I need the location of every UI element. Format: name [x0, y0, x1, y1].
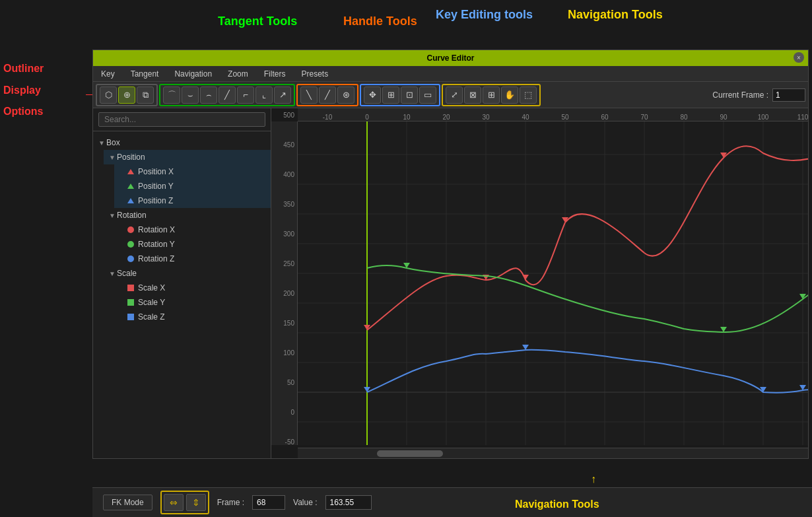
- tree-item-box: ▼ Box ▼ Position Posit: [93, 134, 271, 326]
- val-0: 0: [290, 409, 294, 416]
- curve-area: [298, 121, 808, 445]
- search-box: [93, 108, 271, 131]
- tree-row-box[interactable]: ▼ Box: [93, 135, 271, 150]
- green-curve: [367, 265, 808, 332]
- tree-row-scale-z[interactable]: Scale Z: [114, 310, 271, 324]
- scale-y-label: Scale Y: [138, 298, 165, 307]
- nav-frame-h-btn[interactable]: ⇔: [164, 494, 184, 511]
- tick-0: 0: [365, 114, 369, 121]
- current-frame-input[interactable]: [772, 88, 805, 102]
- tick-20: 20: [442, 114, 450, 121]
- tick-40: 40: [522, 114, 529, 121]
- curve-editor-titlebar: Curve Editor ×: [93, 50, 808, 66]
- h-scrollbar[interactable]: [298, 448, 808, 458]
- nav-pan-btn[interactable]: ✋: [501, 86, 518, 104]
- handle-free-btn[interactable]: ╲: [300, 86, 318, 104]
- position-label: Position: [117, 153, 145, 162]
- tree-row-position-x[interactable]: Position X: [114, 164, 271, 179]
- search-input[interactable]: [98, 112, 265, 127]
- tree-row-scale-x[interactable]: Scale X: [114, 281, 271, 295]
- tick--10: -10: [323, 114, 332, 121]
- nav-frame-all-btn[interactable]: ⤢: [446, 86, 463, 104]
- key-region-btn[interactable]: ▭: [419, 86, 436, 104]
- menu-filters[interactable]: Filters: [261, 68, 288, 80]
- rotation-label: Rotation: [117, 211, 147, 220]
- rotation-z-label: Rotation Z: [138, 254, 174, 263]
- current-frame-area: Current Frame :: [712, 88, 805, 102]
- scale-x-label: Scale X: [138, 283, 165, 293]
- tangent-fixed-btn[interactable]: ↗: [274, 86, 291, 104]
- tree-row-position-z[interactable]: Position Z: [114, 193, 271, 208]
- frame-input[interactable]: [252, 495, 285, 510]
- display-tools-group: ⬡ ⊕ ⧉: [96, 84, 158, 106]
- menu-zoom[interactable]: Zoom: [225, 68, 251, 80]
- curve-viewport[interactable]: -10 0 10 20 30 40 50 60 70 80 90 100 110…: [271, 108, 808, 458]
- tangent-clamped-btn[interactable]: ⌢: [200, 86, 217, 104]
- nav-frame-sel-btn[interactable]: ⊠: [464, 86, 481, 104]
- tangent-stepped-btn[interactable]: ⌐: [237, 86, 254, 104]
- tree-row-scale-y[interactable]: Scale Y: [114, 295, 271, 310]
- menu-key[interactable]: Key: [98, 68, 118, 80]
- tree-row-position-y[interactable]: Position Y: [114, 179, 271, 193]
- close-button[interactable]: ×: [794, 52, 804, 63]
- move-tool-btn[interactable]: ⊕: [118, 86, 135, 104]
- menu-navigation[interactable]: Navigation: [172, 68, 215, 80]
- tree-row-rotation[interactable]: ▼ Rotation: [104, 208, 271, 223]
- key-scale-btn[interactable]: ⊞: [382, 86, 399, 104]
- menu-bar: Key Tangent Navigation Zoom Filters Pres…: [93, 66, 808, 82]
- display-label: Display: [3, 85, 41, 96]
- nav-bottom-group: ⇔ ⇕: [160, 491, 209, 514]
- rotation-y-label: Rotation Y: [138, 240, 175, 249]
- curve-editor-title: Curve Editor: [426, 53, 474, 63]
- tick-50: 50: [561, 114, 568, 121]
- grid-svg: [298, 121, 808, 445]
- handle-tools-label: Handle Tools: [343, 15, 417, 28]
- box-label: Box: [106, 138, 120, 147]
- outliner-label: Outliner: [3, 63, 44, 75]
- value-input[interactable]: [325, 495, 372, 510]
- key-retime-btn[interactable]: ⊡: [401, 86, 418, 104]
- tangent-tools-group: ⌒ ⌣ ⌢ ╱ ⌐ ⌞ ↗: [159, 84, 295, 106]
- tree-row-position[interactable]: ▼ Position: [104, 150, 271, 164]
- stack-tool-btn[interactable]: ⧉: [137, 86, 154, 104]
- nav-time-snap-btn[interactable]: ⊞: [483, 86, 500, 104]
- handle-aligned-btn[interactable]: ╱: [319, 86, 336, 104]
- tangent-auto-btn[interactable]: ⌒: [163, 86, 180, 104]
- options-label: Options: [3, 106, 43, 118]
- green-key-110: [799, 294, 806, 299]
- green-key-90: [720, 327, 727, 332]
- red-key-40: [522, 275, 529, 280]
- scale-label: Scale: [117, 269, 137, 278]
- key-move-btn[interactable]: ✥: [364, 86, 381, 104]
- nav-zoom-btn[interactable]: ⬚: [520, 86, 537, 104]
- tree-row-rotation-x[interactable]: Rotation X: [114, 223, 271, 237]
- tree-row-scale[interactable]: ▼ Scale: [104, 266, 271, 281]
- select-tool-btn[interactable]: ⬡: [100, 86, 117, 104]
- h-scrollbar-thumb[interactable]: [377, 450, 443, 457]
- tangent-smooth-btn[interactable]: ⌣: [182, 86, 199, 104]
- tangent-flat-btn[interactable]: ⌞: [255, 86, 273, 104]
- top-labels: Tangent Tools Handle Tools Key Editing t…: [0, 0, 812, 50]
- nav-frame-v-btn[interactable]: ⇕: [186, 494, 206, 511]
- frame-label: Frame :: [217, 498, 244, 507]
- tangent-linear-btn[interactable]: ╱: [219, 86, 236, 104]
- tree-row-rotation-z[interactable]: Rotation Z: [114, 252, 271, 266]
- fk-mode-button[interactable]: FK Mode: [103, 495, 152, 510]
- menu-tangent[interactable]: Tangent: [128, 68, 162, 80]
- main-panel: ▼ Box ▼ Position Posit: [93, 108, 808, 458]
- position-x-label: Position X: [138, 167, 174, 176]
- menu-presets[interactable]: Presets: [298, 68, 331, 80]
- tick-70: 70: [640, 114, 648, 121]
- value-ruler: -50 0 50 100 150 200 250 300 350 400 450…: [271, 121, 298, 445]
- tree-row-rotation-y[interactable]: Rotation Y: [114, 237, 271, 252]
- blue-curve: [367, 350, 808, 393]
- tick-60: 60: [601, 114, 608, 121]
- nav-tools-arrow: ↑: [591, 473, 596, 485]
- val-250: 250: [283, 260, 294, 267]
- handle-mirror-btn[interactable]: ⊛: [337, 86, 355, 104]
- rotation-x-label: Rotation X: [138, 225, 175, 234]
- tick-100: 100: [758, 114, 769, 121]
- outliner-tree[interactable]: ▼ Box ▼ Position Posit: [93, 131, 271, 458]
- tangent-tools-label: Tangent Tools: [218, 15, 297, 28]
- nav-tools-group: ⤢ ⊠ ⊞ ✋ ⬚: [442, 84, 541, 106]
